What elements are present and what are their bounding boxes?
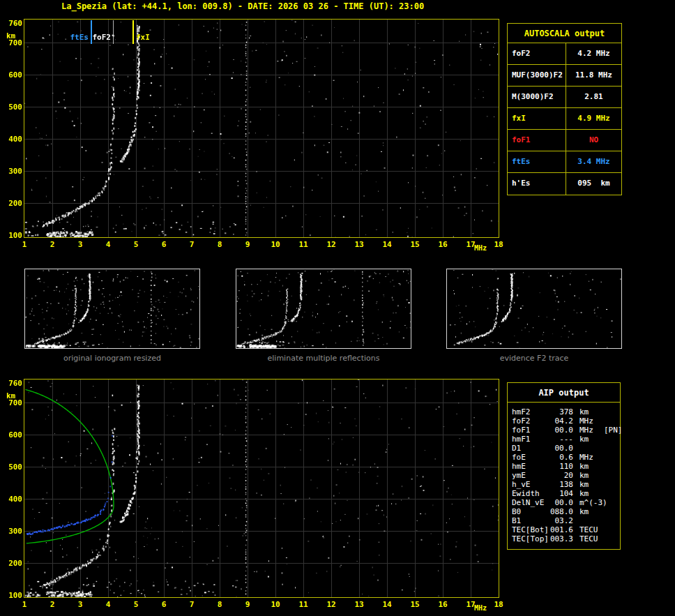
y-axis-unit-label: km <box>6 31 15 40</box>
thumbnail-original-ionogram <box>24 269 200 349</box>
x-axis-unit-label: MHz <box>474 244 487 252</box>
aip-row-label: foE <box>508 453 549 462</box>
y-axis-tick-label: 600 <box>3 70 22 80</box>
aip-row-unit: km <box>573 407 604 416</box>
aip-row-note <box>604 489 620 498</box>
autoscala-row-label: foF1 <box>508 130 566 151</box>
x-axis-tick-label: 14 <box>379 600 395 609</box>
x-axis-tick-label: 7 <box>183 240 200 249</box>
aip-row-unit: km <box>573 462 604 471</box>
y-axis-tick-label: 400 <box>3 135 22 144</box>
x-axis-tick-label: 5 <box>128 600 144 609</box>
aip-row-note <box>604 507 620 516</box>
aip-row-unit: km <box>573 471 604 480</box>
aip-row: TEC[Bot]001.6TECU <box>508 525 620 534</box>
aip-table-header: AIP output <box>508 383 620 403</box>
autoscala-row-label: ftEs <box>508 151 566 172</box>
autoscala-row-label: h'Es <box>508 173 566 195</box>
autoscala-row-label: MUF(3000)F2 <box>508 65 566 86</box>
autoscala-row-value: 095 km <box>566 173 621 195</box>
x-axis-tick-label: 13 <box>351 600 367 609</box>
aip-row-unit: km <box>573 480 604 489</box>
thumbnail-canvas-evidence-f2 <box>447 269 621 348</box>
aip-row-note <box>604 416 620 426</box>
main-ionogram-panel <box>24 19 499 238</box>
autoscala-row: foF1NO <box>508 130 621 151</box>
x-axis-tick-label: 2 <box>44 600 61 609</box>
aip-row-unit: MHz <box>573 426 604 435</box>
x-axis-tick-label: 2 <box>44 240 61 249</box>
aip-row-value: 03.2 <box>549 516 573 525</box>
thumbnail-caption-eliminate-reflections: eliminate multiple reflections <box>236 354 411 363</box>
aip-row-value: 104 <box>549 489 573 498</box>
aip-row-value: 088.0 <box>549 507 573 516</box>
x-axis-tick-label: 18 <box>490 600 507 609</box>
aip-row-note <box>604 498 620 507</box>
aip-row-unit: TECU <box>573 534 604 543</box>
autoscala-row-value: 4.2 MHz <box>566 43 621 64</box>
autoscala-row: fxI4.9 MHz <box>508 108 621 130</box>
aip-row-label: TEC[Bot] <box>508 525 549 534</box>
x-axis-tick-label: 9 <box>239 240 256 249</box>
aip-row-label: B1 <box>508 516 549 525</box>
aip-row-note <box>604 444 620 453</box>
aip-table-body: hmF2378kmfoF204.2MHzfoF100.0MHz[PN]hmF1-… <box>508 407 620 543</box>
autoscala-table-body: foF24.2 MHzMUF(3000)F211.8 MHzM(3000)F22… <box>508 43 621 195</box>
profile-ionogram-panel <box>24 379 499 598</box>
y-axis-tick-label: 760 <box>3 379 22 388</box>
aip-row-unit: km <box>573 489 604 498</box>
aip-row: TEC[Top]003.3TECU <box>508 534 620 543</box>
autoscala-row: ftEs3.4 MHz <box>508 151 621 173</box>
aip-row-value: 20 <box>549 471 573 480</box>
aip-row-value: 00.0 <box>549 426 573 435</box>
y-axis-tick-label: 760 <box>3 19 22 28</box>
x-axis-tick-label: 3 <box>72 240 89 249</box>
x-axis-tick-label: 10 <box>267 600 284 609</box>
x-axis-tick-label: 1 <box>16 240 33 249</box>
aip-row-label: TEC[Top] <box>508 534 549 543</box>
aip-row: foE0.6MHz <box>508 453 620 462</box>
aip-row-label: ymE <box>508 471 549 480</box>
aip-row-value: 0.6 <box>549 453 573 462</box>
aip-row: hmE110km <box>508 462 620 471</box>
aip-row-value: 003.3 <box>549 534 573 543</box>
x-axis-tick-label: 4 <box>100 240 116 249</box>
x-axis-tick-label: 13 <box>351 240 367 249</box>
aip-row-value: 378 <box>549 407 573 416</box>
aip-row-note <box>604 453 620 462</box>
aip-row-label: D1 <box>508 444 549 453</box>
x-axis-tick-label: 14 <box>379 240 395 249</box>
aip-row-label: B0 <box>508 507 549 516</box>
aip-row-note <box>604 516 620 525</box>
y-axis-tick-label: 200 <box>3 559 22 568</box>
autoscala-row-label: foF2 <box>508 43 566 64</box>
autoscala-row-value: 2.81 <box>566 87 621 107</box>
aip-row-note <box>604 407 620 416</box>
y-axis-tick-label: 300 <box>3 527 22 536</box>
y-axis-tick-label: 600 <box>3 430 22 440</box>
main-ionogram-canvas <box>24 20 499 237</box>
autoscala-row: MUF(3000)F211.8 MHz <box>508 65 621 87</box>
thumbnail-eliminate-reflections <box>236 269 411 349</box>
y-axis-tick-label: 100 <box>3 231 22 240</box>
aip-row-unit: MHz <box>573 416 604 426</box>
x-axis-tick-label: 6 <box>156 240 172 249</box>
autoscala-row: foF24.2 MHz <box>508 43 621 65</box>
aip-row-value: 00.0 <box>549 498 573 507</box>
aip-row-unit <box>573 444 604 453</box>
x-axis-tick-label: 16 <box>434 600 451 609</box>
marker-line-foF2 <box>113 20 114 44</box>
aip-row-value: 001.6 <box>549 525 573 534</box>
x-axis-tick-label: 6 <box>156 600 172 609</box>
x-axis-unit-label: MHz <box>474 604 487 612</box>
aip-row: Ewidth104km <box>508 489 620 498</box>
marker-line-fxI <box>132 20 134 44</box>
y-axis-tick-label: 300 <box>3 167 22 176</box>
x-axis-tick-label: 8 <box>211 240 228 249</box>
x-axis-tick-label: 12 <box>323 240 340 249</box>
thumbnail-caption-evidence-f2: evidence F2 trace <box>446 354 622 363</box>
aip-row: DelN_vE00.0m^(-3) <box>508 498 620 507</box>
autoscala-table-header: AUTOSCALA output <box>508 24 621 43</box>
aip-row-label: DelN_vE <box>508 498 549 507</box>
aip-row: ymE20km <box>508 471 620 480</box>
